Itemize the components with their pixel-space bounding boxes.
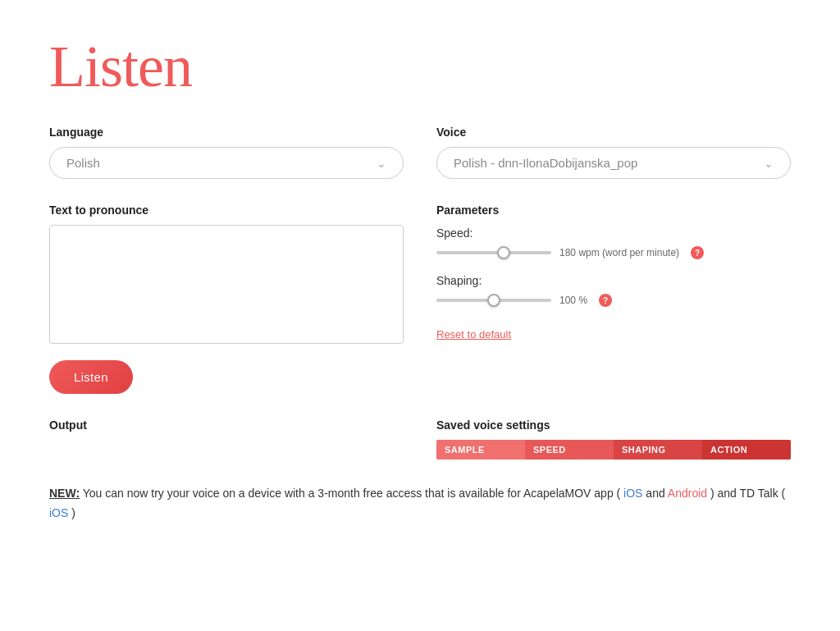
voice-col: Voice Polish - dnn-IlonaDobijanska_pop ⌄: [436, 126, 791, 179]
listen-button[interactable]: Listen: [49, 360, 133, 394]
news-section: NEW: You can now try your voice on a dev…: [49, 484, 791, 524]
news-text2: and: [646, 487, 667, 500]
speed-slider[interactable]: [436, 251, 551, 254]
voice-select-value: Polish - dnn-IlonaDobijanska_pop: [454, 156, 637, 170]
parameters-title: Parameters: [436, 203, 791, 217]
col-speed: SPEED: [525, 440, 614, 460]
output-label: Output: [49, 418, 404, 432]
bottom-row: Output Saved voice settings SAMPLE SPEED…: [49, 418, 791, 460]
shaping-help-icon[interactable]: ?: [599, 294, 612, 307]
parameters-col: Parameters Speed: 180 wpm (word per minu…: [436, 203, 791, 394]
saved-voice-table-header: SAMPLE SPEED SHAPING ACTION: [436, 440, 791, 460]
speed-help-icon[interactable]: ?: [691, 246, 704, 259]
language-voice-row: Language Polish ⌄ Voice Polish - dnn-Ilo…: [49, 126, 791, 179]
voice-chevron-icon: ⌄: [764, 157, 774, 170]
text-pronounce-input[interactable]: [49, 225, 404, 344]
shaping-slider[interactable]: [436, 299, 551, 302]
voice-select[interactable]: Polish - dnn-IlonaDobijanska_pop ⌄: [436, 147, 791, 179]
reset-to-default-button[interactable]: Reset to default: [436, 328, 511, 341]
ios2-link[interactable]: iOS: [49, 506, 68, 519]
new-label: NEW:: [49, 487, 80, 500]
col-sample: SAMPLE: [436, 440, 525, 460]
speed-param-row: Speed: 180 wpm (word per minute) ?: [436, 226, 791, 259]
android-link[interactable]: Android: [668, 487, 707, 500]
language-col: Language Polish ⌄: [49, 126, 404, 179]
speed-value-label: 180 wpm (word per minute): [559, 247, 679, 258]
col-action: ACTION: [702, 440, 791, 460]
shaping-slider-row: 100 % ?: [436, 294, 791, 307]
language-select-value: Polish: [66, 156, 100, 170]
shaping-label: Shaping:: [436, 274, 791, 287]
output-col: Output: [49, 418, 404, 460]
news-text3: ) and TD Talk (: [710, 487, 785, 500]
col-shaping: SHAPING: [614, 440, 702, 460]
language-select[interactable]: Polish ⌄: [49, 147, 404, 179]
saved-voice-title: Saved voice settings: [436, 418, 791, 432]
speed-slider-row: 180 wpm (word per minute) ?: [436, 246, 791, 259]
news-text1: You can now try your voice on a device w…: [83, 487, 621, 500]
language-label: Language: [49, 126, 404, 139]
ios1-link[interactable]: iOS: [623, 487, 642, 500]
page-title: Listen: [49, 33, 791, 101]
shaping-param-row: Shaping: 100 % ?: [436, 274, 791, 307]
news-text4: ): [71, 506, 75, 519]
language-chevron-icon: ⌄: [377, 157, 386, 170]
speed-label: Speed:: [436, 226, 791, 240]
main-row: Text to pronounce Listen Parameters Spee…: [49, 203, 791, 394]
voice-label: Voice: [436, 126, 791, 139]
shaping-value-label: 100 %: [559, 295, 587, 306]
text-pronounce-label: Text to pronounce: [49, 203, 404, 217]
text-pronounce-col: Text to pronounce Listen: [49, 203, 404, 394]
saved-voice-col: Saved voice settings SAMPLE SPEED SHAPIN…: [436, 418, 791, 460]
